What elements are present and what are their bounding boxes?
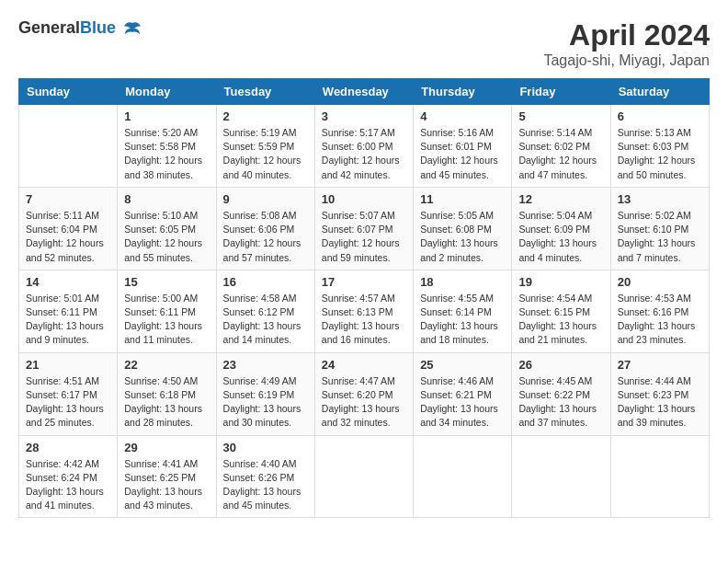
page-header: GeneralBlue April 2024 Tagajo-shi, Miyag…: [18, 18, 710, 69]
logo-bird-icon: [122, 19, 142, 40]
calendar-day-cell: 7Sunrise: 5:11 AM Sunset: 6:04 PM Daylig…: [19, 187, 118, 270]
day-info: Sunrise: 4:58 AM Sunset: 6:12 PM Dayligh…: [223, 292, 308, 348]
calendar-week-row: 7Sunrise: 5:11 AM Sunset: 6:04 PM Daylig…: [19, 187, 710, 270]
day-number: 3: [322, 109, 406, 123]
calendar-day-cell: 19Sunrise: 4:54 AM Sunset: 6:15 PM Dayli…: [512, 270, 610, 352]
day-info: Sunrise: 5:00 AM Sunset: 6:11 PM Dayligh…: [124, 292, 209, 348]
day-number: 10: [322, 192, 406, 206]
calendar-day-cell: [19, 105, 118, 188]
day-of-week-header: Friday: [512, 79, 610, 105]
day-info: Sunrise: 5:10 AM Sunset: 6:05 PM Dayligh…: [124, 209, 209, 265]
logo: GeneralBlue: [18, 18, 142, 40]
day-number: 28: [26, 441, 110, 454]
calendar-day-cell: 27Sunrise: 4:44 AM Sunset: 6:23 PM Dayli…: [610, 352, 709, 435]
day-info: Sunrise: 4:46 AM Sunset: 6:21 PM Dayligh…: [420, 374, 505, 431]
day-info: Sunrise: 5:01 AM Sunset: 6:11 PM Dayligh…: [26, 292, 110, 348]
day-info: Sunrise: 5:16 AM Sunset: 6:01 PM Dayligh…: [420, 126, 505, 182]
day-of-week-header: Saturday: [610, 79, 709, 105]
calendar-day-cell: 8Sunrise: 5:10 AM Sunset: 6:05 PM Daylig…: [118, 187, 216, 270]
day-info: Sunrise: 5:02 AM Sunset: 6:10 PM Dayligh…: [618, 209, 702, 265]
day-number: 23: [223, 358, 308, 372]
logo-general: General: [18, 18, 80, 37]
calendar-week-row: 28Sunrise: 4:42 AM Sunset: 6:24 PM Dayli…: [19, 435, 710, 518]
day-number: 25: [420, 358, 505, 372]
day-of-week-header: Tuesday: [216, 79, 314, 105]
calendar-day-cell: 15Sunrise: 5:00 AM Sunset: 6:11 PM Dayli…: [118, 270, 216, 352]
calendar-day-cell: 3Sunrise: 5:17 AM Sunset: 6:00 PM Daylig…: [314, 105, 413, 188]
day-info: Sunrise: 5:07 AM Sunset: 6:07 PM Dayligh…: [322, 209, 406, 265]
day-number: 16: [223, 275, 308, 289]
day-number: 5: [518, 109, 603, 123]
day-number: 22: [124, 358, 209, 372]
calendar-week-row: 1Sunrise: 5:20 AM Sunset: 5:58 PM Daylig…: [19, 105, 710, 188]
day-number: 8: [124, 192, 209, 206]
day-number: 13: [618, 192, 702, 206]
day-number: 18: [420, 275, 505, 289]
calendar-day-cell: 9Sunrise: 5:08 AM Sunset: 6:06 PM Daylig…: [216, 187, 314, 270]
calendar-day-cell: 13Sunrise: 5:02 AM Sunset: 6:10 PM Dayli…: [610, 187, 709, 270]
calendar-day-cell: 28Sunrise: 4:42 AM Sunset: 6:24 PM Dayli…: [19, 435, 118, 518]
calendar-day-cell: [414, 435, 512, 518]
day-info: Sunrise: 4:44 AM Sunset: 6:23 PM Dayligh…: [618, 374, 702, 431]
calendar-day-cell: 30Sunrise: 4:40 AM Sunset: 6:26 PM Dayli…: [216, 435, 314, 518]
day-number: 7: [26, 192, 110, 206]
day-info: Sunrise: 5:13 AM Sunset: 6:03 PM Dayligh…: [618, 126, 702, 182]
day-info: Sunrise: 5:11 AM Sunset: 6:04 PM Dayligh…: [26, 209, 110, 265]
day-number: 27: [618, 358, 702, 372]
calendar-day-cell: [512, 435, 610, 518]
day-info: Sunrise: 5:08 AM Sunset: 6:06 PM Dayligh…: [223, 209, 308, 265]
calendar-day-cell: 26Sunrise: 4:45 AM Sunset: 6:22 PM Dayli…: [512, 352, 610, 435]
calendar-day-cell: 11Sunrise: 5:05 AM Sunset: 6:08 PM Dayli…: [414, 187, 512, 270]
calendar-day-cell: 17Sunrise: 4:57 AM Sunset: 6:13 PM Dayli…: [314, 270, 413, 352]
day-of-week-header: Wednesday: [314, 79, 413, 105]
calendar-week-row: 21Sunrise: 4:51 AM Sunset: 6:17 PM Dayli…: [19, 352, 710, 435]
day-number: 12: [518, 192, 603, 206]
day-info: Sunrise: 4:45 AM Sunset: 6:22 PM Dayligh…: [518, 374, 603, 431]
day-info: Sunrise: 4:49 AM Sunset: 6:19 PM Dayligh…: [223, 374, 308, 431]
day-info: Sunrise: 4:57 AM Sunset: 6:13 PM Dayligh…: [322, 292, 406, 348]
day-number: 2: [223, 109, 308, 123]
day-number: 19: [518, 275, 603, 289]
day-number: 15: [124, 275, 209, 289]
day-number: 14: [26, 275, 110, 289]
day-info: Sunrise: 5:14 AM Sunset: 6:02 PM Dayligh…: [518, 126, 603, 182]
title-block: April 2024 Tagajo-shi, Miyagi, Japan: [543, 18, 710, 69]
calendar-day-cell: 6Sunrise: 5:13 AM Sunset: 6:03 PM Daylig…: [610, 105, 709, 188]
day-number: 9: [223, 192, 308, 206]
day-number: 17: [322, 275, 406, 289]
day-info: Sunrise: 4:40 AM Sunset: 6:26 PM Dayligh…: [223, 457, 308, 513]
day-number: 29: [124, 441, 209, 454]
month-year-title: April 2024: [543, 18, 710, 52]
day-info: Sunrise: 4:42 AM Sunset: 6:24 PM Dayligh…: [26, 457, 110, 513]
calendar-day-cell: 24Sunrise: 4:47 AM Sunset: 6:20 PM Dayli…: [314, 352, 413, 435]
day-number: 20: [618, 275, 702, 289]
day-of-week-header: Thursday: [414, 79, 512, 105]
day-number: 6: [618, 109, 702, 123]
calendar-day-cell: 21Sunrise: 4:51 AM Sunset: 6:17 PM Dayli…: [19, 352, 118, 435]
calendar-day-cell: [314, 435, 413, 518]
day-info: Sunrise: 4:51 AM Sunset: 6:17 PM Dayligh…: [26, 374, 110, 431]
day-info: Sunrise: 4:55 AM Sunset: 6:14 PM Dayligh…: [420, 292, 505, 348]
day-info: Sunrise: 4:54 AM Sunset: 6:15 PM Dayligh…: [518, 292, 603, 348]
calendar-day-cell: 4Sunrise: 5:16 AM Sunset: 6:01 PM Daylig…: [414, 105, 512, 188]
calendar-week-row: 14Sunrise: 5:01 AM Sunset: 6:11 PM Dayli…: [19, 270, 710, 352]
day-info: Sunrise: 5:19 AM Sunset: 5:59 PM Dayligh…: [223, 126, 308, 182]
day-of-week-header: Monday: [118, 79, 216, 105]
calendar-day-cell: 23Sunrise: 4:49 AM Sunset: 6:19 PM Dayli…: [216, 352, 314, 435]
day-number: 24: [322, 358, 406, 372]
day-number: 30: [223, 441, 308, 454]
calendar-day-cell: 5Sunrise: 5:14 AM Sunset: 6:02 PM Daylig…: [512, 105, 610, 188]
day-number: 21: [26, 358, 110, 372]
day-info: Sunrise: 5:05 AM Sunset: 6:08 PM Dayligh…: [420, 209, 505, 265]
day-info: Sunrise: 4:50 AM Sunset: 6:18 PM Dayligh…: [124, 374, 209, 431]
calendar-day-cell: 16Sunrise: 4:58 AM Sunset: 6:12 PM Dayli…: [216, 270, 314, 352]
calendar-day-cell: [610, 435, 709, 518]
calendar-day-cell: 14Sunrise: 5:01 AM Sunset: 6:11 PM Dayli…: [19, 270, 118, 352]
calendar-day-cell: 29Sunrise: 4:41 AM Sunset: 6:25 PM Dayli…: [118, 435, 216, 518]
calendar-day-cell: 1Sunrise: 5:20 AM Sunset: 5:58 PM Daylig…: [118, 105, 216, 188]
logo-block: GeneralBlue: [18, 18, 142, 40]
logo-blue: Blue: [80, 18, 116, 37]
day-info: Sunrise: 4:47 AM Sunset: 6:20 PM Dayligh…: [322, 374, 406, 431]
day-info: Sunrise: 5:20 AM Sunset: 5:58 PM Dayligh…: [124, 126, 209, 182]
calendar-day-cell: 2Sunrise: 5:19 AM Sunset: 5:59 PM Daylig…: [216, 105, 314, 188]
